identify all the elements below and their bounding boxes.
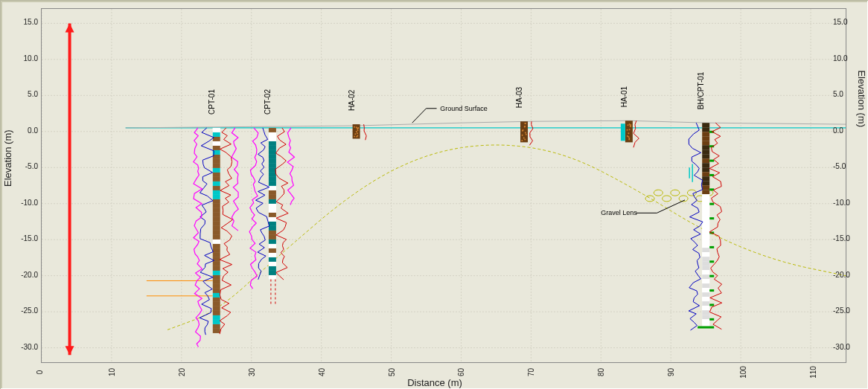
svg-rect-215: [698, 327, 714, 329]
svg-rect-65: [213, 271, 220, 275]
svg-point-148: [629, 129, 631, 130]
svg-rect-157: [702, 127, 709, 132]
svg-rect-176: [702, 212, 709, 216]
svg-point-26: [663, 196, 671, 202]
svg-rect-213: [709, 303, 714, 306]
svg-rect-166: [702, 167, 709, 172]
svg-point-140: [525, 132, 526, 133]
x-tick: 20: [178, 368, 186, 376]
svg-rect-76: [213, 320, 220, 324]
svg-point-146: [628, 132, 629, 134]
svg-rect-78: [213, 329, 220, 333]
y-tick: -10.0: [19, 199, 38, 207]
y-tick: -15.0: [19, 234, 38, 242]
svg-rect-112: [269, 271, 276, 275]
svg-point-119: [357, 129, 359, 131]
svg-rect-104: [269, 235, 276, 239]
x-tick: 90: [667, 368, 675, 376]
svg-rect-83: [269, 141, 276, 146]
svg-rect-63: [213, 262, 220, 266]
svg-point-133: [524, 126, 526, 127]
svg-rect-69: [213, 289, 220, 293]
svg-rect-95: [269, 195, 276, 199]
svg-rect-168: [702, 176, 709, 181]
y-tick: 5.0: [19, 90, 38, 98]
svg-rect-160: [702, 141, 709, 145]
svg-rect-73: [213, 306, 220, 311]
bore-label: HA-03: [515, 86, 523, 108]
svg-rect-158: [702, 132, 709, 136]
svg-rect-77: [213, 324, 220, 329]
svg-rect-159: [702, 136, 709, 141]
svg-rect-97: [269, 204, 276, 208]
svg-rect-84: [269, 146, 276, 150]
x-tick: 0: [36, 370, 44, 375]
svg-rect-81: [269, 132, 276, 137]
svg-point-130: [523, 138, 525, 139]
svg-point-127: [357, 128, 358, 129]
svg-rect-43: [213, 173, 220, 177]
y-tick: -15.0: [833, 234, 852, 242]
x-tick: 40: [318, 368, 326, 376]
bore-label: BH/CPT-01: [697, 71, 705, 109]
x-tick: 60: [458, 368, 466, 376]
svg-rect-186: [702, 257, 709, 261]
x-tick: 70: [527, 368, 535, 376]
svg-rect-90: [269, 173, 276, 177]
svg-rect-191: [702, 279, 709, 283]
svg-rect-184: [702, 248, 709, 252]
svg-point-125: [356, 136, 357, 138]
bore-CPT-02: CPT-02: [264, 89, 276, 280]
svg-rect-102: [269, 226, 276, 231]
svg-marker-22: [66, 23, 74, 32]
plot-area: Ground SurfaceGravel LensCPT-01CPT-02HA-…: [41, 8, 846, 363]
y-tick: -25.0: [833, 306, 852, 315]
svg-rect-181: [702, 234, 709, 239]
svg-rect-128: [520, 121, 528, 142]
svg-rect-99: [269, 213, 276, 217]
chart-window: Elevation (m) Elevation (m) Distance (m)…: [0, 0, 868, 389]
svg-rect-103: [269, 231, 276, 235]
svg-rect-45: [213, 181, 220, 186]
svg-rect-167: [702, 172, 709, 176]
ground-surface-line: [126, 120, 846, 128]
svg-rect-106: [269, 244, 276, 248]
svg-point-122: [354, 136, 355, 138]
svg-marker-23: [66, 346, 74, 355]
svg-rect-171: [702, 190, 709, 194]
bore-HA-03: HA-03: [515, 86, 528, 142]
svg-point-143: [628, 138, 630, 140]
svg-rect-92: [269, 181, 276, 186]
y-tick: 15.0: [19, 18, 38, 26]
svg-rect-66: [213, 275, 220, 280]
svg-point-136: [521, 140, 523, 141]
svg-rect-154: [621, 123, 625, 141]
bore-label: HA-02: [348, 89, 356, 111]
svg-rect-94: [269, 190, 276, 195]
svg-rect-179: [702, 225, 709, 230]
svg-rect-71: [213, 298, 220, 302]
svg-rect-89: [269, 168, 276, 173]
y-axis-label-left: Elevation (m): [2, 129, 13, 187]
svg-rect-48: [213, 195, 220, 199]
svg-rect-56: [213, 231, 220, 235]
svg-rect-109: [269, 257, 276, 262]
svg-rect-198: [702, 310, 709, 315]
svg-rect-93: [269, 186, 276, 190]
y-tick: -25.0: [19, 306, 38, 315]
svg-rect-42: [213, 168, 220, 173]
svg-point-27: [671, 190, 680, 196]
svg-rect-96: [269, 199, 276, 204]
svg-rect-105: [269, 239, 276, 244]
y-axis-label-right: Elevation (m): [856, 70, 867, 127]
svg-rect-182: [702, 239, 709, 243]
svg-rect-163: [702, 154, 709, 158]
svg-point-118: [356, 131, 357, 132]
svg-point-139: [524, 139, 526, 141]
svg-point-153: [627, 129, 628, 131]
y-tick: 10.0: [19, 54, 38, 62]
svg-point-150: [627, 124, 628, 126]
section-svg: Ground SurfaceGravel LensCPT-01CPT-02HA-…: [42, 9, 846, 362]
svg-point-25: [654, 190, 663, 196]
svg-rect-98: [269, 208, 276, 213]
